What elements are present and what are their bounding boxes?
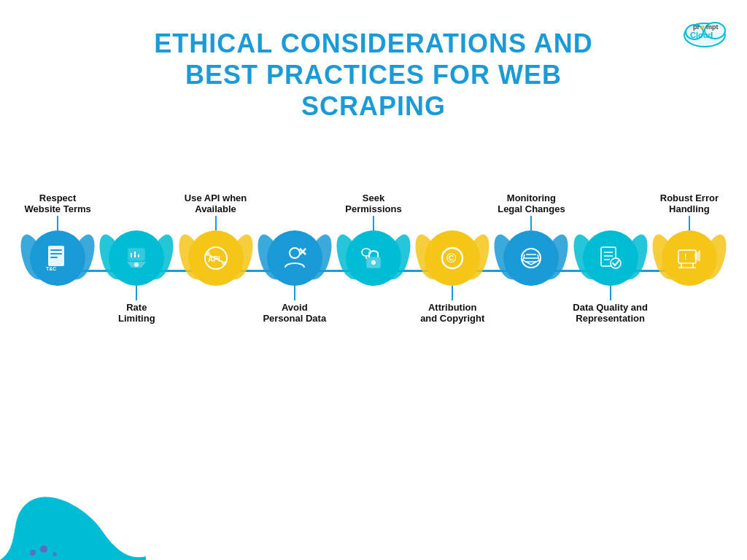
connector-top-1 (57, 216, 58, 230)
connector-bottom-2 (136, 286, 137, 300)
icon-robust-error: ! (662, 230, 717, 286)
icon-group-2 (97, 230, 176, 286)
svg-text:mpt: mpt (706, 23, 719, 31)
icon-group-3: API (177, 230, 255, 286)
icon-monitoring-legal (503, 230, 559, 286)
icon-use-api: API (188, 230, 244, 286)
icon-respect-website-terms: T&C (30, 230, 85, 286)
node-seek-permissions: SeekPermissions (334, 175, 413, 341)
decorative-blob (0, 443, 146, 560)
label-monitoring-legal: MonitoringLegal Changes (498, 175, 565, 216)
icon-group-8 (571, 230, 650, 286)
connector-bottom-6 (452, 286, 453, 300)
icon-attribution: © (425, 230, 480, 286)
connector-bottom-4 (294, 286, 295, 300)
node-respect-website-terms: RespectWebsite Terms T&C (18, 175, 97, 341)
svg-point-26 (371, 260, 376, 265)
svg-rect-9 (50, 253, 62, 254)
icon-group-5 (334, 230, 413, 286)
svg-point-22 (290, 248, 300, 258)
label-respect-website-terms: RespectWebsite Terms (24, 175, 90, 216)
svg-text:!: ! (684, 253, 686, 261)
label-data-quality: Data Quality andRepresentation (573, 300, 648, 341)
svg-rect-10 (50, 257, 58, 258)
node-data-quality: Data Quality andRepresentation (571, 175, 650, 341)
icon-group-7 (492, 230, 570, 286)
icon-rate-limiting (109, 230, 164, 286)
icon-group-9: ! (650, 230, 729, 286)
icon-group-6: © (413, 230, 492, 286)
svg-point-16 (134, 262, 139, 267)
svg-text:©: © (446, 251, 456, 265)
node-avoid-personal: AvoidPersonal Data (255, 175, 334, 341)
node-monitoring-legal: MonitoringLegal Changes (492, 175, 570, 341)
label-use-api: Use API whenAvailable (185, 175, 247, 216)
svg-text:T&C: T&C (46, 266, 56, 271)
promptcloud-logo: pr ø mpt Cloud (678, 13, 731, 51)
node-robust-error: Robust ErrorHandling ! (650, 175, 729, 341)
svg-rect-7 (48, 246, 64, 266)
label-rate-limiting: RateLimiting (118, 300, 155, 341)
icon-seek-permissions (346, 230, 401, 286)
connector-top-7 (530, 216, 532, 230)
svg-rect-40 (678, 250, 696, 263)
svg-text:pr: pr (693, 23, 700, 31)
svg-text:Cloud: Cloud (690, 31, 713, 39)
title-section: ETHICAL CONSIDERATIONS AND BEST PRACTICE… (0, 0, 747, 122)
svg-rect-8 (50, 249, 62, 251)
node-attribution: © Attributionand Copyright (413, 175, 492, 341)
svg-point-45 (40, 545, 47, 553)
label-attribution: Attributionand Copyright (420, 300, 484, 341)
connector-top-5 (373, 216, 374, 230)
main-title: ETHICAL CONSIDERATIONS AND BEST PRACTICE… (0, 28, 747, 122)
icon-data-quality (583, 230, 638, 286)
svg-point-47 (30, 550, 36, 556)
icon-avoid-personal (267, 230, 322, 286)
node-rate-limiting: RateLimiting (97, 175, 176, 341)
svg-point-46 (53, 552, 57, 556)
label-seek-permissions: SeekPermissions (345, 175, 401, 216)
label-avoid-personal: AvoidPersonal Data (263, 300, 326, 341)
node-use-api: Use API whenAvailable API (176, 175, 255, 341)
timeline-wrapper: RespectWebsite Terms T&C (0, 175, 747, 408)
connector-bottom-8 (610, 286, 611, 300)
icon-group-1: T&C (18, 230, 97, 286)
label-robust-error: Robust ErrorHandling (660, 175, 719, 216)
connector-top-3 (215, 216, 217, 230)
nodes-container: RespectWebsite Terms T&C (0, 175, 747, 341)
icon-group-4 (255, 230, 334, 286)
svg-text:ø: ø (700, 23, 705, 31)
connector-top-9 (689, 216, 690, 230)
